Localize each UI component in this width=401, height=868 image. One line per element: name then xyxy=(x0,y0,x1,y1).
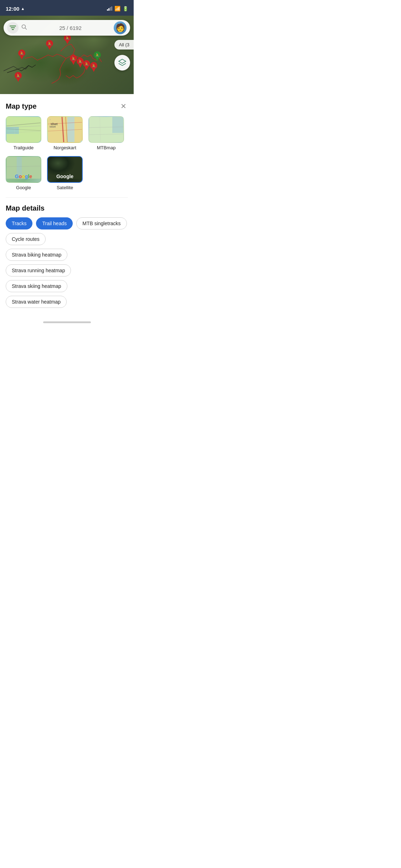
signal-icon xyxy=(107,6,112,11)
map-pin-6[interactable]: 🚴 xyxy=(83,60,91,72)
tag-row-1: Tracks Trail heads MTB singletracks Cycl… xyxy=(6,217,128,245)
svg-marker-7 xyxy=(20,55,24,60)
svg-text:🚴: 🚴 xyxy=(71,56,76,61)
svg-text:🚴: 🚴 xyxy=(20,51,24,56)
tag-strava-running[interactable]: Strava running heatmap xyxy=(6,264,71,277)
svg-marker-19 xyxy=(92,68,96,72)
svg-marker-4 xyxy=(65,40,70,44)
map-pin-8[interactable]: 🚴 xyxy=(14,72,22,83)
svg-line-31 xyxy=(25,28,27,30)
svg-marker-1 xyxy=(47,46,52,50)
home-indicator xyxy=(0,319,134,325)
map-type-thumb-trailguide xyxy=(6,116,41,143)
map-details-section: Map details Tracks Trail heads MTB singl… xyxy=(0,198,134,319)
map-type-mtbmap[interactable]: MTBmap xyxy=(88,116,124,150)
map-type-google[interactable]: Google Google xyxy=(6,156,41,190)
svg-rect-37 xyxy=(48,117,83,143)
search-bar[interactable]: 25 / 6192 🧑 xyxy=(4,20,130,36)
map-pin-2[interactable]: 🚴 xyxy=(63,34,71,46)
map-type-thumb-norgeskart: Idset 7 xyxy=(47,116,83,143)
map-details-title: Map details xyxy=(6,204,128,212)
svg-marker-16 xyxy=(84,66,89,70)
map-type-grid: Trailguide Idset 7 Norgeskart xyxy=(0,116,134,197)
svg-marker-22 xyxy=(16,78,20,82)
search-icon xyxy=(21,24,27,31)
svg-text:Idset: Idset xyxy=(50,125,56,128)
svg-text:🚴: 🚴 xyxy=(78,59,83,64)
map-type-title: Map type xyxy=(6,102,37,110)
location-icon: ▲ xyxy=(21,6,25,11)
svg-text:🚴: 🚴 xyxy=(92,63,96,68)
svg-rect-29 xyxy=(12,29,14,30)
user-avatar[interactable]: 🧑 xyxy=(114,21,127,34)
map-type-label-google: Google xyxy=(16,185,31,190)
map-type-satellite[interactable]: Google Satellite xyxy=(47,156,83,190)
tag-row-3: Strava skiing heatmap Strava water heatm… xyxy=(6,280,128,308)
svg-text:🚴: 🚴 xyxy=(47,41,52,46)
map-type-label-norgeskart: Norgeskart xyxy=(53,145,76,150)
map-type-header: Map type ✕ xyxy=(0,94,134,116)
bottom-sheet: Map type ✕ Trailguide xyxy=(0,94,134,319)
status-icons: 📶 🔋 xyxy=(107,6,128,11)
home-bar xyxy=(43,321,91,323)
layers-button[interactable] xyxy=(114,55,130,71)
filter-button[interactable] xyxy=(7,22,19,33)
status-time: 12:00 ▲ xyxy=(6,6,25,12)
map-type-thumb-mtbmap xyxy=(88,116,124,143)
map-pin-7[interactable]: 🚴 xyxy=(90,62,98,73)
svg-text:🚴: 🚴 xyxy=(65,36,70,40)
map-type-label-trailguide: Trailguide xyxy=(14,145,34,150)
map-type-trailguide[interactable]: Trailguide xyxy=(6,116,41,150)
tag-trailheads[interactable]: Trail heads xyxy=(36,217,73,229)
svg-text:🚴: 🚴 xyxy=(16,73,21,78)
tag-strava-water[interactable]: Strava water heatmap xyxy=(6,296,67,308)
map-type-label-satellite: Satellite xyxy=(57,185,73,190)
svg-marker-10 xyxy=(71,61,76,65)
map-type-thumb-google: Google xyxy=(6,156,41,183)
svg-text:🚴: 🚴 xyxy=(84,62,89,66)
map-pin-1[interactable]: 🚴 xyxy=(46,40,53,51)
map-type-label-mtbmap: MTBmap xyxy=(97,145,116,150)
map-pin-3[interactable]: 🚴 xyxy=(18,50,26,61)
tag-tracks[interactable]: Tracks xyxy=(6,217,32,229)
svg-marker-13 xyxy=(78,63,82,68)
wifi-icon: 📶 xyxy=(114,6,120,11)
tag-cycle-routes[interactable]: Cycle routes xyxy=(6,233,46,245)
tag-strava-skiing[interactable]: Strava skiing heatmap xyxy=(6,280,67,292)
tag-mtb-singletracks[interactable]: MTB singletracks xyxy=(76,217,127,229)
map-type-norgeskart[interactable]: Idset 7 Norgeskart xyxy=(47,116,83,150)
map-pin-green[interactable]: 🚴 xyxy=(93,51,101,63)
battery-icon: 🔋 xyxy=(123,6,128,11)
tag-strava-biking[interactable]: Strava biking heatmap xyxy=(6,249,67,261)
all-filter-button[interactable]: All (3 xyxy=(114,40,134,50)
status-bar: 12:00 ▲ 📶 🔋 xyxy=(0,0,134,16)
tag-row-2: Strava biking heatmap Strava running hea… xyxy=(6,249,128,277)
svg-rect-27 xyxy=(10,26,16,26)
svg-rect-46 xyxy=(112,117,124,133)
map-area[interactable]: 🚴 🚴 🚴 🚴 🚴 🚴 🚴 🚴 🚴 xyxy=(0,16,134,94)
svg-rect-28 xyxy=(11,27,15,28)
search-result-count: 25 / 6192 xyxy=(30,25,111,31)
map-type-thumb-satellite: Google xyxy=(47,156,83,183)
svg-marker-25 xyxy=(95,57,99,61)
svg-text:🚴: 🚴 xyxy=(95,53,100,57)
close-button[interactable]: ✕ xyxy=(119,100,128,112)
